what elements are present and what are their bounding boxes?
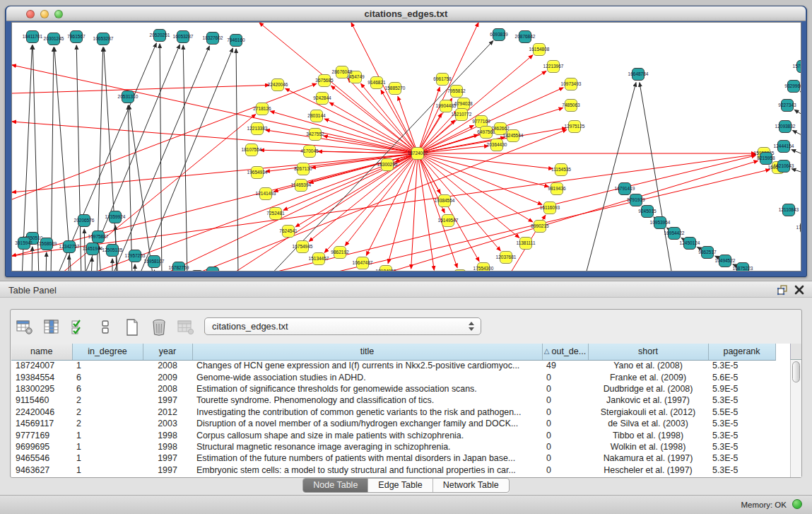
tab-node-table[interactable]: Node Table [303,479,368,492]
select-all-button[interactable] [69,317,88,337]
col-header-name[interactable]: name [11,344,72,360]
graph-node[interactable]: 7955812 [450,85,463,98]
graph-node[interactable]: 18184952 [379,265,392,271]
graph-node[interactable]: 16648784 [632,68,645,81]
graph-node[interactable]: 12037681 [500,251,512,264]
graph-node[interactable]: 16875223 [736,262,749,271]
graph-node[interactable]: 16116093 [543,201,556,214]
graph-node[interactable]: 9862192 [334,246,346,259]
graph-node[interactable]: 22420046 [271,78,284,91]
graph-node[interactable]: 9329966 [787,80,800,93]
graph-node[interactable]: 16791419 [618,182,631,195]
graph-node[interactable]: 4170045 [303,145,316,158]
new-table-button[interactable] [122,317,142,337]
graph-node[interactable]: 16954422 [668,227,681,240]
graph-node[interactable]: 10647487 [356,257,369,269]
graph-node[interactable]: 10975887 [92,230,105,243]
graph-node[interactable]: 16958107 [148,255,160,268]
col-header-out_de[interactable]: △out_de... [542,344,588,360]
delete-table-button[interactable] [149,317,169,337]
graph-node[interactable]: 7946160 [230,34,242,47]
graph-node[interactable]: 20531310 [122,90,134,103]
graph-node[interactable]: 12975125 [568,120,581,133]
graph-node[interactable]: 15149547 [442,214,454,227]
graph-node[interactable]: 12141493 [259,187,272,200]
table-row[interactable]: 911546021997Tourette syndrome. Phenomeno… [11,395,775,406]
col-header-year[interactable]: year [143,344,192,360]
graph-node[interactable]: 6961758 [436,73,449,86]
col-header-title[interactable]: title [192,344,542,360]
graph-node[interactable]: 20206576 [78,214,90,227]
graph-node[interactable]: 9862517 [701,246,714,259]
graph-node[interactable]: 9435216 [404,271,417,271]
table-row[interactable]: 946362711997Embryonic stem cells: a mode… [11,465,775,476]
graph-node[interactable]: 11451944 [86,243,99,255]
graph-node[interactable]: 8215958 [760,152,772,165]
col-header-in_degree[interactable]: in_degree [72,344,143,360]
graph-node[interactable]: 17957253 [129,250,141,262]
graph-node[interactable]: 12450124 [683,237,696,250]
graph-node[interactable]: 15885270 [389,82,401,95]
graph-node[interactable]: 15134457 [312,252,325,265]
graph-node[interactable]: 16210772 [455,108,468,121]
tab-edge-table[interactable]: Edge Table [368,479,433,492]
graph-node[interactable]: 18107554 [245,144,258,156]
scrollbar-thumb[interactable] [792,361,800,382]
graph-node[interactable]: 20364430 [490,139,503,151]
graph-node[interactable]: 7861567 [70,30,83,43]
graph-hub-node[interactable]: 18724007 [411,147,424,160]
graph-node[interactable]: 10953954 [654,216,666,229]
memory-status-indicator[interactable] [792,499,802,509]
graph-node[interactable]: 2803144 [310,110,323,122]
graph-node[interactable]: 19384554 [438,194,451,207]
graph-node[interactable]: 3915941 [18,237,30,250]
network-canvas[interactable]: 1872400722420046271812612213383181075541… [11,22,801,271]
graph-node[interactable]: 16210643 [777,160,790,173]
table-row[interactable]: 1830029562008Estimation of significance … [11,383,775,395]
graph-node[interactable]: 17359924 [109,211,122,223]
graph-node[interactable]: 19654934 [251,166,264,179]
graph-node[interactable]: 7624541 [282,225,295,238]
col-header-short[interactable]: short [588,344,708,360]
graph-node[interactable]: 18245544 [507,129,519,142]
graph-node[interactable]: 6093819 [493,28,505,41]
graph-node[interactable]: 2718126 [256,103,269,115]
table-selector-dropdown[interactable]: citations_edges.txt [204,317,481,335]
graph-node[interactable]: 28676048 [336,66,348,78]
import-table-button[interactable] [176,317,196,337]
window-titlebar[interactable]: citations_edges.txt [6,6,806,21]
close-panel-icon[interactable] [794,284,805,296]
graph-node[interactable]: 16154808 [533,43,546,56]
table-row[interactable]: 1938455462009Genome-wide association stu… [11,371,775,382]
table-row[interactable]: 977716911998Corpus callosum shape and si… [11,429,775,440]
graph-node[interactable]: 12213383 [251,122,264,135]
graph-node[interactable]: 17554300 [477,262,490,271]
table-row[interactable]: 946554611997Estimation of the future num… [11,452,775,464]
graph-node[interactable]: 7252481 [269,207,282,220]
float-panel-icon[interactable] [777,284,788,296]
graph-node[interactable]: 10494522 [719,255,731,267]
graph-node[interactable]: 12342757 [63,240,76,253]
graph-node[interactable]: 18411701 [26,30,39,43]
tab-network-table[interactable]: Network Table [433,479,509,492]
graph-node[interactable]: 12505135 [106,244,119,257]
table-row[interactable]: 2242004622012Investigating the contribut… [11,407,775,418]
table-row[interactable]: 1872400712008Changes of HCN gene express… [11,360,775,371]
table-row[interactable]: 969969511998Structural magnetic resonanc… [11,441,775,452]
col-header-pagerank[interactable]: pagerank [708,344,775,360]
graph-node[interactable]: 8267130 [297,163,310,175]
graph-node[interactable]: 8791919 [630,194,642,206]
graph-node[interactable]: 11381111 [519,237,532,250]
graph-node[interactable]: 17710346 [800,221,801,234]
graph-node[interactable]: 8990215 [534,220,546,233]
graph-node[interactable]: 7485063 [565,99,577,112]
graph-node[interactable]: 15751074 [796,60,801,73]
graph-node[interactable]: 11568689 [40,238,53,250]
graph-node[interactable]: 12444154 [777,140,790,153]
graph-node[interactable]: 7462662 [494,122,507,135]
graph-node[interactable]: 9227343 [781,99,794,112]
graph-node[interactable]: 8454749 [349,71,362,83]
graph-node[interactable]: 12610651 [454,269,466,271]
graph-node[interactable]: 3675685 [318,74,331,87]
graph-node[interactable]: 19904485 [440,100,452,112]
